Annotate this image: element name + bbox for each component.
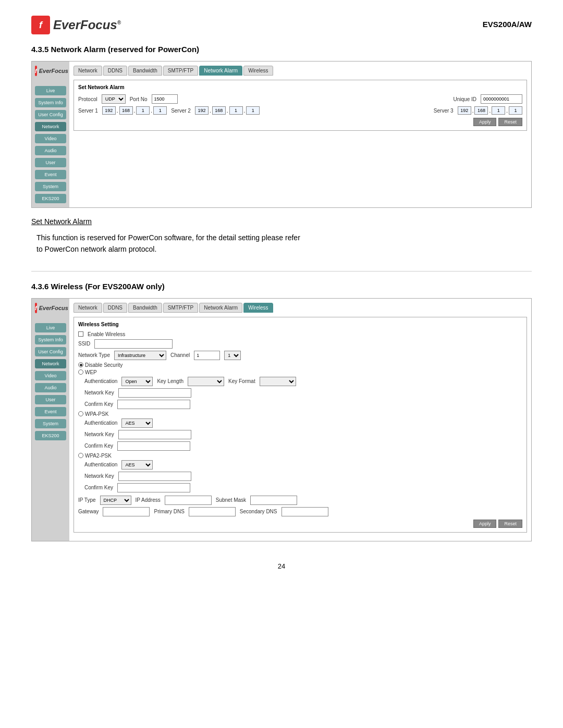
server1-ip-2[interactable] <box>119 106 133 115</box>
ip-type-select[interactable]: DHCP <box>100 496 131 505</box>
auth-wpa-select[interactable]: AES <box>121 418 153 428</box>
server2-ip-3[interactable] <box>229 106 243 115</box>
enable-wireless-checkbox[interactable] <box>78 331 83 337</box>
network-key-wpa-row: Network Key <box>84 430 522 439</box>
sidebar-btn-event[interactable]: Event <box>35 170 66 179</box>
sidebar2-btn-audio[interactable]: Audio <box>35 383 66 392</box>
confirm-key-wpa2-input[interactable] <box>117 483 190 492</box>
disable-security-row: Disable Security <box>78 362 522 368</box>
gateway-input[interactable] <box>103 507 150 516</box>
sidebar-btn-live[interactable]: Live <box>35 86 66 95</box>
ip-address-input[interactable] <box>165 496 212 505</box>
description-section: Set Network Alarm This function is reser… <box>31 217 532 255</box>
tab-bandwidth[interactable]: Bandwidth <box>128 66 162 76</box>
sidebar2-btn-network[interactable]: Network <box>35 359 66 368</box>
wpa2-psk-row: WPA2-PSK <box>78 453 522 459</box>
tab2-wireless[interactable]: Wireless <box>243 303 273 313</box>
channel-input[interactable] <box>194 351 220 360</box>
wpa-psk-radio[interactable] <box>78 411 83 416</box>
section1-title: 4.3.5 Network Alarm (reserved for PowerC… <box>31 45 532 54</box>
server3-ip-3[interactable] <box>492 106 505 115</box>
tab2-ddns[interactable]: DDNS <box>103 303 127 313</box>
logo: f EverFocus® <box>31 16 121 34</box>
network-key-wpa-input[interactable] <box>118 430 191 439</box>
port-no-label: Port No <box>130 96 148 102</box>
sidebar-btn-userconfig[interactable]: User Config <box>35 110 66 119</box>
confirm-key-wpa-input[interactable] <box>117 441 190 451</box>
network-key-wpa2-input[interactable] <box>118 472 191 481</box>
confirm-key-wep-label: Confirm Key <box>84 401 113 407</box>
network-type-row: Network Type Infrastructure Channel 1 <box>78 351 522 360</box>
tab-smtp-ftp[interactable]: SMTP/FTP <box>163 66 198 76</box>
channel-select[interactable]: 1 <box>224 351 241 360</box>
tab2-bandwidth[interactable]: Bandwidth <box>128 303 162 313</box>
sidebar-logo-1: f EverFocus <box>35 66 66 79</box>
server3-ip-1[interactable] <box>458 106 471 115</box>
server3-ip-4[interactable] <box>509 106 522 115</box>
sidebar-btn-system[interactable]: System <box>35 182 66 191</box>
sidebar2-btn-live[interactable]: Live <box>35 323 66 332</box>
reset-button-2[interactable]: Reset <box>498 520 522 528</box>
auth-wpa-row: Authentication AES <box>84 418 522 428</box>
sidebar-btn-eks200[interactable]: EKS200 <box>35 194 66 203</box>
network-type-select[interactable]: Infrastructure <box>114 351 166 360</box>
auth-wep-select[interactable]: Open <box>121 377 153 386</box>
key-length-select[interactable] <box>188 377 224 386</box>
logo-icon: f <box>31 16 50 34</box>
primary-dns-label: Primary DNS <box>154 509 184 514</box>
reset-button-1[interactable]: Reset <box>498 118 522 126</box>
server2-ip-2[interactable] <box>212 106 226 115</box>
tab2-network[interactable]: Network <box>74 303 102 313</box>
sidebar-btn-video[interactable]: Video <box>35 134 66 143</box>
apply-button-2[interactable]: Apply <box>473 520 497 528</box>
confirm-key-wep-input[interactable] <box>117 400 190 409</box>
sidebar2-btn-user[interactable]: User <box>35 395 66 404</box>
tab-network-alarm[interactable]: Network Alarm <box>199 66 242 76</box>
tab-network[interactable]: Network <box>74 66 102 76</box>
network-key-wep-label: Network Key <box>84 390 114 396</box>
tab-wireless[interactable]: Wireless <box>243 66 273 76</box>
network-key-wep-input[interactable] <box>118 388 191 398</box>
sidebar2-btn-system[interactable]: System <box>35 419 66 428</box>
server2-ip-4[interactable] <box>246 106 260 115</box>
server2-ip-1[interactable] <box>195 106 209 115</box>
sidebar-btn-sysinfo[interactable]: System Info <box>35 98 66 107</box>
server1-label: Server 1 <box>78 108 98 114</box>
sidebar2-btn-eks200[interactable]: EKS200 <box>35 431 66 440</box>
sidebar2-btn-event[interactable]: Event <box>35 407 66 416</box>
server1-ip-1[interactable] <box>102 106 116 115</box>
wpa2-psk-label: WPA2-PSK <box>85 453 112 459</box>
disable-security-radio[interactable] <box>78 362 83 367</box>
tab2-network-alarm[interactable]: Network Alarm <box>199 303 242 313</box>
secondary-dns-input[interactable] <box>282 507 328 516</box>
network-alarm-form-title: Set Network Alarm <box>78 84 522 90</box>
sidebar2-btn-video[interactable]: Video <box>35 371 66 380</box>
apply-button-1[interactable]: Apply <box>473 118 497 126</box>
server1-ip-3[interactable] <box>136 106 150 115</box>
sidebar-btn-audio[interactable]: Audio <box>35 146 66 155</box>
tab-ddns[interactable]: DDNS <box>103 66 127 76</box>
sidebar2-btn-sysinfo[interactable]: System Info <box>35 335 66 344</box>
wep-label: WEP <box>85 369 97 375</box>
ssid-input[interactable] <box>94 339 173 349</box>
sidebar-btn-network[interactable]: Network <box>35 122 66 131</box>
server3-ip-2[interactable] <box>474 106 488 115</box>
subnet-mask-input[interactable] <box>250 496 297 505</box>
sidebar2-btn-userconfig[interactable]: User Config <box>35 347 66 356</box>
port-no-input[interactable] <box>152 94 178 104</box>
auth-wpa2-select[interactable]: AES <box>121 460 153 470</box>
wep-radio[interactable] <box>78 369 83 375</box>
enable-wireless-label: Enable Wireless <box>88 331 125 337</box>
auth-wep-row: Authentication Open Key Length Key Forma… <box>84 377 522 386</box>
server1-ip-4[interactable] <box>153 106 167 115</box>
sidebar-btn-user[interactable]: User <box>35 158 66 167</box>
panel1-main: Network DDNS Bandwidth SMTP/FTP Network … <box>69 61 531 207</box>
tab2-smtp-ftp[interactable]: SMTP/FTP <box>163 303 198 313</box>
server2-ip: . . . <box>195 106 260 115</box>
unique-id-input[interactable] <box>481 94 522 104</box>
primary-dns-input[interactable] <box>189 507 236 516</box>
wpa2-psk-radio[interactable] <box>78 453 83 458</box>
sidebar-panel2: f EverFocus Live System Info User Config… <box>32 299 69 541</box>
key-format-select[interactable] <box>260 377 296 386</box>
protocol-select[interactable]: UDP <box>102 94 126 104</box>
